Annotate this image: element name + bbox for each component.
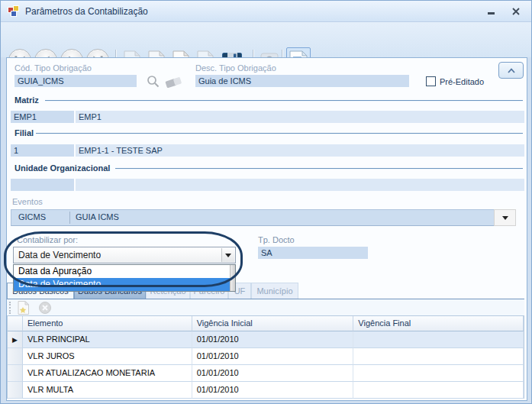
cell-vigencia-final[interactable] [353, 331, 524, 348]
title-bar: Parâmetros da Contabilização [1, 1, 531, 22]
desc-tipo-obrigacao-label: Desc. Tipo Obrigação [195, 63, 276, 73]
contabilizar-dropdown-list: Data da ApuraçãoData de Vencimento [13, 264, 236, 292]
option-data-da-apuracao[interactable]: Data da Apuração [14, 265, 235, 278]
add-row-icon [16, 300, 31, 315]
row-selector[interactable]: ▶ [8, 331, 23, 348]
minimize-button[interactable] [483, 5, 500, 18]
cell-vigencia-inicial[interactable]: 01/01/2010 [192, 331, 354, 348]
eventos-separator [69, 212, 70, 224]
eraser-icon[interactable] [164, 75, 187, 92]
option-data-de-vencimento[interactable]: Data de Vencimento [14, 278, 235, 291]
grid-body: ▶VLR PRINCIPAL01/01/2010VLR JUROS01/01/2… [8, 331, 524, 399]
section-divider [45, 100, 523, 101]
chevron-down-icon [225, 254, 231, 257]
table-row[interactable]: VLR JUROS01/01/2010 [8, 348, 524, 365]
chevron-down-icon [502, 216, 508, 220]
column-header-vigencia-final[interactable]: Vigência Final [353, 316, 524, 331]
add-row-button[interactable] [15, 300, 33, 315]
cell-vigencia-inicial[interactable]: 01/01/2010 [192, 365, 354, 382]
cell-elemento[interactable]: VLR JUROS [23, 348, 192, 365]
cod-tipo-obrigacao-field[interactable]: GUIA_ICMS [15, 75, 137, 87]
row-selector[interactable] [8, 348, 23, 365]
matriz-code-field[interactable]: EMP1 [11, 111, 74, 123]
tp-docto-field[interactable]: SA [258, 247, 368, 259]
cell-vigencia-final[interactable] [353, 348, 524, 365]
minimize-icon [487, 8, 496, 15]
row-selector[interactable] [8, 382, 23, 399]
eventos-label: Eventos [12, 197, 43, 206]
cell-vigencia-inicial[interactable]: 01/01/2010 [192, 382, 354, 399]
dropdown-scrollbar[interactable] [230, 265, 235, 291]
app-icon [8, 5, 21, 18]
filial-name-field[interactable]: EMP1-1 - TESTE SAP [76, 144, 524, 157]
contabilizar-combobox[interactable]: Data de Vencimento [13, 247, 236, 263]
cod-tipo-obrigacao-label: Cód. Tipo Obrigação [15, 63, 92, 73]
grid-corner-cell [8, 316, 23, 331]
unidade-code-field[interactable] [11, 179, 74, 191]
column-header-elemento[interactable]: Elemento [23, 316, 192, 331]
matriz-name-field[interactable]: EMP1 [76, 111, 524, 123]
unidade-section-header: Unidade Organizacional [15, 163, 110, 173]
grid-header: ElementoVigência InicialVigência Final [8, 316, 524, 331]
app-window: Parâmetros da Contabilização [0, 0, 532, 404]
cell-elemento[interactable]: VLR PRINCIPAL [23, 331, 192, 348]
table-row[interactable]: ▶VLR PRINCIPAL01/01/2010 [8, 331, 524, 348]
unidade-name-field[interactable] [76, 179, 524, 191]
cell-elemento[interactable]: VLR ATUALIZACAO MONETARIA [23, 365, 192, 382]
contabilizar-dropdown-button[interactable] [221, 248, 234, 262]
section-divider [115, 168, 523, 169]
filial-section-header: Filial [15, 128, 34, 137]
table-row[interactable]: VLR MULTA01/01/2010 [8, 382, 524, 399]
main-toolbar [1, 22, 531, 57]
table-row[interactable]: VLR ATUALIZACAO MONETARIA01/01/2010 [8, 365, 524, 382]
contabilizar-value: Data de Vencimento [18, 250, 101, 260]
desc-tipo-obrigacao-field[interactable]: Guia de ICMS [195, 75, 409, 87]
search-icon[interactable] [146, 74, 161, 92]
delete-row-icon [38, 301, 52, 315]
matriz-section-header: Matriz [15, 95, 39, 105]
window-title: Parâmetros da Contabilização [25, 6, 148, 17]
eventos-combobox[interactable]: GICMS GUIA ICMS [11, 209, 516, 226]
tp-docto-label: Tp. Docto [258, 235, 295, 244]
tab-municipio[interactable]: Município [251, 283, 298, 299]
collapse-button[interactable] [498, 62, 524, 79]
contabilizar-por-label: Contabilizar por: [17, 235, 78, 244]
close-icon [511, 8, 521, 15]
eventos-dropdown-button[interactable] [494, 209, 516, 226]
cell-vigencia-final[interactable] [353, 365, 524, 382]
toolbar-drag-handle[interactable] [9, 302, 11, 314]
chevron-up-icon [507, 67, 516, 74]
column-header-vigencia-inicial[interactable]: Vigência Inicial [192, 316, 354, 331]
close-button[interactable] [508, 5, 524, 18]
section-divider [36, 133, 523, 134]
eventos-name: GUIA ICMS [76, 212, 119, 221]
pre-editado-checkbox[interactable] [426, 76, 436, 86]
cell-vigencia-final[interactable] [353, 382, 524, 399]
cell-vigencia-inicial[interactable]: 01/01/2010 [192, 348, 354, 365]
eventos-code: GICMS [18, 212, 46, 221]
pre-editado-label: Pré-Editado [440, 77, 484, 86]
filial-code-field[interactable]: 1 [11, 144, 74, 157]
grid-toolbar [7, 299, 524, 315]
row-selector[interactable] [8, 365, 23, 382]
delete-row-button[interactable] [36, 300, 54, 315]
elementos-grid: ElementoVigência InicialVigência Final ▶… [7, 315, 524, 399]
cell-elemento[interactable]: VLR MULTA [23, 382, 192, 399]
